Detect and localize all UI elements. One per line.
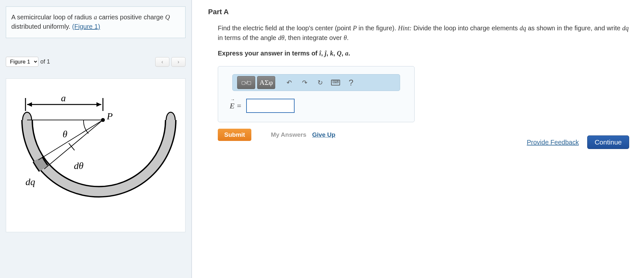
problem-statement: A semicircular loop of radius a carries … xyxy=(6,6,186,38)
redo-button[interactable]: ↷ xyxy=(297,76,312,89)
e-vector-label: E = xyxy=(230,102,242,110)
left-panel: A semicircular loop of radius a carries … xyxy=(0,0,192,278)
figure-dropdown[interactable]: Figure 1 xyxy=(6,57,38,67)
greek-button[interactable]: ΑΣφ xyxy=(257,76,275,89)
my-answers-link[interactable]: My Answers xyxy=(271,131,306,138)
express-instructions: Express your answer in terms of î, ĵ, k,… xyxy=(218,50,631,57)
figure-selector: Figure 1 of 1 xyxy=(6,57,50,67)
formula-toolbar: ▢√▢ ΑΣφ ↶ ↷ ↻ ? xyxy=(232,74,400,91)
right-panel: Part A Find the electric field at the lo… xyxy=(192,0,644,278)
answer-panel: ▢√▢ ΑΣφ ↶ ↷ ↻ ? E = xyxy=(218,66,415,122)
a-label: a xyxy=(61,93,66,103)
answer-row: E = xyxy=(230,99,414,113)
figure-area: a P θ xyxy=(6,78,186,232)
figure-link[interactable]: (Figure 1) xyxy=(72,23,100,30)
keyboard-icon xyxy=(331,80,340,85)
help-button[interactable]: ? xyxy=(344,76,358,89)
provide-feedback-link[interactable]: Provide Feedback xyxy=(527,139,579,146)
theta-label: θ xyxy=(63,129,67,139)
svg-line-7 xyxy=(38,120,103,160)
answer-input[interactable] xyxy=(246,99,295,113)
dq-label: dq xyxy=(25,176,35,187)
prev-figure-button[interactable]: ‹ xyxy=(155,57,169,67)
reset-button[interactable]: ↻ xyxy=(313,76,327,89)
continue-button[interactable]: Continue xyxy=(587,135,629,149)
footer-row: Provide Feedback Continue xyxy=(527,135,629,149)
give-up-link[interactable]: Give Up xyxy=(312,131,336,138)
submit-button[interactable]: Submit xyxy=(218,129,251,141)
next-figure-button[interactable]: › xyxy=(171,57,186,67)
figure-nav-bar: Figure 1 of 1 ‹ › xyxy=(6,57,186,67)
keyboard-button[interactable] xyxy=(328,76,343,89)
semicircle-diagram: a P θ xyxy=(9,85,184,227)
undo-button[interactable]: ↶ xyxy=(282,76,297,89)
figure-nav-buttons: ‹ › xyxy=(155,57,186,67)
part-title: Part A xyxy=(208,8,631,16)
svg-line-8 xyxy=(44,120,103,169)
dtheta-label: dθ xyxy=(74,160,84,171)
templates-button[interactable]: ▢√▢ xyxy=(237,76,255,89)
question-text: Find the electric field at the loop's ce… xyxy=(218,23,631,43)
p-label: P xyxy=(106,111,113,121)
figure-count-label: of 1 xyxy=(40,58,50,65)
